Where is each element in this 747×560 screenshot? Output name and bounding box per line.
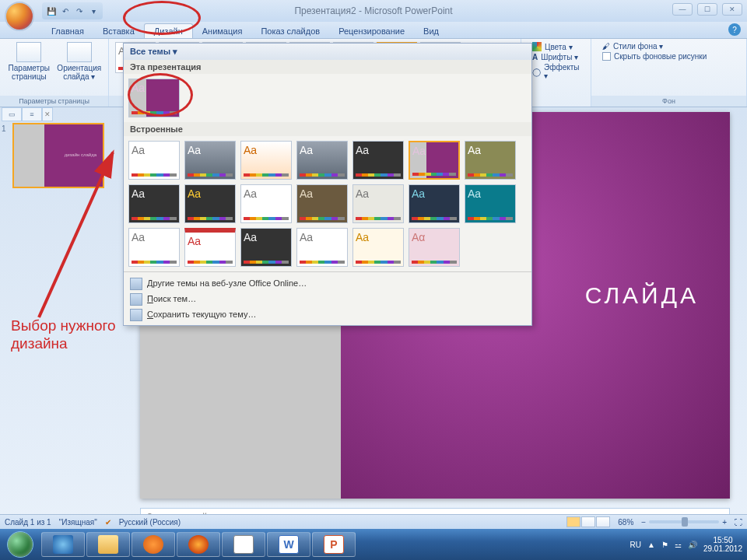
minimize-button[interactable]: — <box>672 3 693 16</box>
theme-thumb[interactable]: Aa <box>128 141 180 180</box>
normal-view-button[interactable] <box>566 516 580 527</box>
status-language[interactable]: Русский (Россия) <box>119 518 181 527</box>
theme-thumb-selected[interactable]: Aa <box>409 141 460 180</box>
section-this-presentation: Эта презентация <box>124 60 531 74</box>
save-icon <box>130 309 142 321</box>
tray-action-center-icon[interactable]: ⚑ <box>661 541 668 549</box>
theme-thumb[interactable]: Aa <box>296 184 348 223</box>
zoom-in-icon[interactable]: + <box>722 518 727 527</box>
slide-thumbnail[interactable]: дизайн слайда <box>12 123 104 188</box>
zoom-out-icon[interactable]: − <box>641 518 646 527</box>
section-builtin: Встроенные <box>124 122 531 136</box>
tab-view[interactable]: Вид <box>414 24 448 38</box>
gallery-header[interactable]: Все темы ▾ <box>124 44 531 60</box>
theme-thumb[interactable]: Aα <box>409 228 460 267</box>
theme-thumb[interactable]: Aa <box>296 228 348 267</box>
group-bg-label: Фон <box>591 96 746 107</box>
theme-thumb[interactable]: Aa <box>240 141 292 180</box>
bg-styles-button[interactable]: 🖌Стили фона ▾ <box>602 42 740 51</box>
colors-icon <box>532 42 542 51</box>
ie-icon <box>53 535 73 554</box>
orientation-icon <box>67 42 92 62</box>
taskbar-app[interactable] <box>222 532 265 557</box>
help-icon[interactable]: ? <box>728 23 741 36</box>
close-button[interactable]: ✕ <box>722 3 742 16</box>
group-page-label: Параметры страницы <box>0 96 108 107</box>
slides-tab[interactable]: ▭ <box>2 107 22 121</box>
colors-button[interactable]: Цвета ▾ <box>532 42 584 51</box>
tray-volume-icon[interactable]: 🔊 <box>688 541 697 549</box>
qat-more-icon[interactable]: ▾ <box>87 5 100 17</box>
slide-number: 1 <box>2 124 6 133</box>
tab-insert[interactable]: Вставка <box>93 24 144 38</box>
search-themes[interactable]: Поиск тем… <box>124 291 531 306</box>
theme-thumb[interactable]: Aa <box>409 184 460 223</box>
theme-thumb[interactable]: Aa <box>352 184 404 223</box>
theme-current[interactable]: Aa <box>128 79 180 117</box>
office-button[interactable] <box>5 2 34 31</box>
taskbar-firefox[interactable] <box>177 532 220 557</box>
orientation-label: Ориентация слайда ▾ <box>57 64 103 81</box>
start-button[interactable] <box>0 529 40 560</box>
save-current-theme[interactable]: Сохранить текущую тему… <box>124 306 531 322</box>
page-setup-label: Параметры страницы <box>6 64 52 81</box>
firefox-icon <box>188 535 209 554</box>
theme-thumb[interactable]: Aa <box>465 141 516 180</box>
theme-thumb[interactable]: Aa <box>296 141 348 180</box>
theme-thumb[interactable]: Aa <box>184 228 236 267</box>
theme-thumb[interactable]: Aa <box>465 184 516 223</box>
outline-tab[interactable]: ≡ <box>22 107 42 121</box>
taskbar-ie[interactable] <box>41 532 85 557</box>
windows-logo-icon <box>7 531 33 558</box>
sorter-view-button[interactable] <box>581 516 595 527</box>
online-icon <box>130 278 142 290</box>
thumb-title: дизайн слайда <box>65 152 96 157</box>
effects-icon: ◯ <box>532 68 541 76</box>
theme-thumb[interactable]: Aa <box>240 184 292 223</box>
tray-flag-icon[interactable]: ▲ <box>647 541 655 549</box>
tray-lang[interactable]: RU <box>630 541 641 549</box>
fit-window-icon[interactable]: ⛶ <box>735 518 742 527</box>
tray-clock[interactable]: 15:50 29.01.2012 <box>703 536 742 553</box>
theme-thumb[interactable]: Aa <box>352 141 404 180</box>
tab-home[interactable]: Главная <box>42 24 93 38</box>
redo-icon[interactable]: ↷ <box>73 5 86 17</box>
fonts-button[interactable]: AШрифты ▾ <box>532 53 584 61</box>
orientation-button[interactable]: Ориентация слайда ▾ <box>57 42 103 81</box>
checkbox-icon <box>602 52 611 61</box>
bg-styles-icon: 🖌 <box>602 42 610 51</box>
maximize-button[interactable]: ☐ <box>697 3 717 16</box>
powerpoint-icon: P <box>324 535 344 554</box>
page-setup-button[interactable]: Параметры страницы <box>6 42 52 81</box>
search-icon <box>130 293 142 306</box>
close-panel-icon[interactable]: ✕ <box>42 107 53 121</box>
taskbar-explorer[interactable] <box>86 532 130 557</box>
taskbar-mediaplayer[interactable] <box>132 532 175 557</box>
taskbar-word[interactable]: W <box>267 532 310 557</box>
theme-thumb[interactable]: Aa <box>128 228 180 267</box>
theme-thumb[interactable]: Aa <box>352 228 404 267</box>
save-icon[interactable]: 💾 <box>45 5 58 17</box>
status-slide: Слайд 1 из 1 <box>5 518 51 527</box>
effects-button[interactable]: ◯Эффекты ▾ <box>532 63 584 80</box>
zoom-slider[interactable]: − + <box>641 518 727 527</box>
tray-network-icon[interactable]: ⚍ <box>675 541 682 549</box>
spellcheck-icon[interactable]: ✔ <box>105 518 111 527</box>
tab-review[interactable]: Рецензирование <box>329 24 414 38</box>
themes-gallery-dropdown: Все темы ▾ Эта презентация Aa Встроенные… <box>123 43 532 326</box>
more-themes-online[interactable]: Другие темы на веб-узле Office Online… <box>124 275 531 291</box>
theme-thumb[interactable]: Aa <box>128 184 180 223</box>
folder-icon <box>98 535 118 554</box>
slide-title-text: СЛАЙДА <box>585 282 699 309</box>
theme-thumb[interactable]: Aa <box>240 228 292 267</box>
tab-design[interactable]: Дизайн <box>144 23 193 38</box>
tab-slideshow[interactable]: Показ слайдов <box>251 24 329 38</box>
undo-icon[interactable]: ↶ <box>59 5 72 17</box>
tab-animation[interactable]: Анимация <box>193 24 252 38</box>
theme-thumb[interactable]: Aa <box>184 141 236 180</box>
slideshow-view-button[interactable] <box>596 516 610 527</box>
hide-bg-checkbox[interactable]: Скрыть фоновые рисунки <box>602 52 740 61</box>
taskbar-powerpoint[interactable]: P <box>312 532 356 557</box>
theme-thumb[interactable]: Aa <box>184 184 236 223</box>
zoom-percent[interactable]: 68% <box>618 518 633 527</box>
